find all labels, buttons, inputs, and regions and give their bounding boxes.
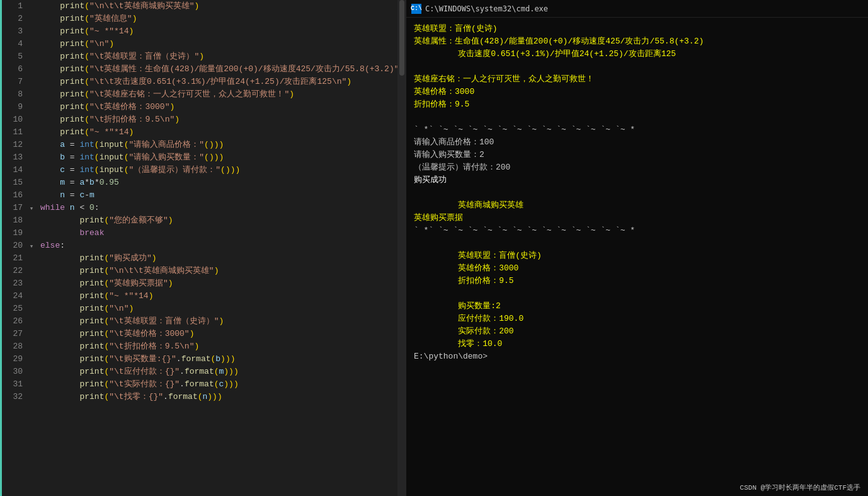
line-number: 16: [4, 189, 23, 202]
code-line: m = a*b*0.95: [40, 176, 397, 189]
code-line: print("英雄信息"): [40, 13, 397, 25]
line-number: 19: [4, 227, 23, 239]
code-line: print("\t折扣价格：9.5\n"): [40, 340, 397, 353]
line-number: 27: [4, 328, 23, 340]
cmd-output-line: 购买成功: [414, 174, 860, 187]
line-number: 30: [4, 366, 23, 378]
gutter-cell: [26, 63, 38, 76]
gutter-cell: [26, 0, 38, 13]
line-numbers: 1234567891011121314151617181920212223242…: [0, 0, 26, 496]
code-line: print("\t找零：{}".format(n))): [40, 391, 397, 403]
line-number: 15: [4, 176, 23, 189]
gutter-cell: [26, 151, 38, 164]
code-line: print("\t英雄价格：3000"): [40, 328, 397, 340]
line-number: 18: [4, 214, 23, 227]
cmd-content: 英雄联盟：盲僧(史诗)英雄属性：生命值(428)/能量值200(+0)/移动速度…: [406, 18, 868, 478]
cmd-output-line: 找零：10.0: [414, 338, 860, 350]
gutter-cell: [26, 176, 38, 189]
line-number: 8: [4, 88, 23, 101]
cmd-output-line: [414, 111, 860, 124]
gutter-cell: [26, 340, 38, 353]
code-line: print("\n\t\t英雄商城购买英雄"): [40, 265, 397, 277]
cmd-output-line: [414, 61, 860, 73]
cmd-output-line: [414, 187, 860, 199]
gutter-cell: [26, 76, 38, 88]
cmd-output-line: 实际付款：200: [414, 325, 860, 338]
gutter-cell: [26, 101, 38, 113]
line-number: 1: [4, 0, 23, 13]
code-line: print("\t英雄联盟：盲僧（史诗）"): [40, 315, 397, 328]
cmd-output-line: 购买数量:2: [414, 300, 860, 313]
cmd-output-line: 英雄购买票据: [414, 212, 860, 224]
line-number: 23: [4, 277, 23, 290]
code-line: print("\t购买数量:{}".format(b))): [40, 353, 397, 366]
cmd-icon: C:\: [411, 4, 421, 14]
gutter-cell: [26, 88, 38, 101]
line-number: 3: [4, 25, 23, 38]
gutter-cell: [26, 38, 38, 50]
gutter-cell: [26, 378, 38, 391]
gutter-cell: [26, 252, 38, 265]
gutter-cell: [26, 189, 38, 202]
code-line: print("~ *"*14): [40, 290, 397, 303]
code-line: a = int(input("请输入商品价格："())): [40, 139, 397, 151]
cmd-output-line: 英雄价格：3000: [414, 262, 860, 275]
code-line: print("英雄购买票据"): [40, 277, 397, 290]
line-number: 26: [4, 315, 23, 328]
cmd-output-line: 英雄属性：生命值(428)/能量值200(+0)/移动速度425/攻击力/55.…: [414, 35, 860, 48]
cmd-output-line: 折扣价格：9.5: [414, 275, 860, 287]
gutter-cell: [26, 303, 38, 315]
line-number: 7: [4, 76, 23, 88]
gutter-cell: [26, 290, 38, 303]
line-number: 17: [4, 202, 23, 214]
cmd-output-line: 英雄价格：3000: [414, 86, 860, 98]
code-line: print("\t应付付款：{}".format(m))): [40, 366, 397, 378]
scrollbar[interactable]: [397, 0, 406, 496]
line-number: 13: [4, 151, 23, 164]
code-line: while n < 0:: [40, 202, 397, 214]
gutter-cell: [26, 139, 38, 151]
cmd-output-line: 英雄联盟：盲僧(史诗): [414, 250, 860, 262]
cmd-output-line: ` *` `~ `~ `~ `~ `~ `~ `~ `~ `~ `~ `~ `~…: [414, 224, 860, 237]
cmd-output-line: 英雄联盟：盲僧(史诗): [414, 23, 860, 35]
fold-icon[interactable]: ▾: [26, 203, 37, 213]
code-line: print("\n\t\t英雄商城购买英雄"): [40, 0, 397, 13]
line-number: 9: [4, 101, 23, 113]
gutter-cell: [26, 366, 38, 378]
gutter-cell: [26, 164, 38, 176]
gutter-cell: [26, 328, 38, 340]
cmd-output-line: 应付付款：190.0: [414, 313, 860, 325]
gutter-cell: [26, 265, 38, 277]
code-line: b = int(input("请输入购买数量："())): [40, 151, 397, 164]
cmd-output-line: [414, 237, 860, 250]
line-number: 20: [4, 239, 23, 252]
line-number: 12: [4, 139, 23, 151]
cmd-title: C:\WINDOWS\system32\cmd.exe: [425, 4, 548, 13]
code-line: print("\n"): [40, 38, 397, 50]
code-line: break: [40, 227, 397, 239]
cmd-output-line: （温馨提示）请付款：200: [414, 161, 860, 174]
code-line: print("购买成功"): [40, 252, 397, 265]
cmd-output-line: 英雄座右铭：一人之行可灭世，众人之勤可救世！: [414, 73, 860, 86]
code-line: print("~ *"*14): [40, 126, 397, 139]
code-line: print("\t英雄联盟：盲僧（史诗）"): [40, 50, 397, 63]
cmd-footer: CSDN @学习时长两年半的虚假CTF选手: [406, 478, 868, 496]
code-line: print("\n"): [40, 303, 397, 315]
scrollbar-thumb[interactable]: [399, 0, 404, 76]
line-number: 28: [4, 340, 23, 353]
fold-icon[interactable]: ▾: [26, 241, 37, 251]
gutter-cell: [26, 315, 38, 328]
code-line: else:: [40, 239, 397, 252]
cmd-prompt[interactable]: E:\python\demo>: [414, 350, 860, 363]
cmd-output-line: 请输入商品价格：100: [414, 136, 860, 149]
cmd-output-line: 请输入购买数量：2: [414, 149, 860, 161]
cmd-output-line: [414, 287, 860, 300]
gutter-cell: [26, 277, 38, 290]
gutter: ▾▾: [26, 0, 38, 496]
cmd-output-line: ` *` `~ `~ `~ `~ `~ `~ `~ `~ `~ `~ `~ `~…: [414, 124, 860, 136]
line-number: 4: [4, 38, 23, 50]
code-line: print("\t英雄属性：生命值(428)/能量值200(+0)/移动速度42…: [40, 63, 397, 76]
line-number: 14: [4, 164, 23, 176]
gutter-cell: ▾: [26, 202, 38, 214]
line-number: 32: [4, 391, 23, 403]
